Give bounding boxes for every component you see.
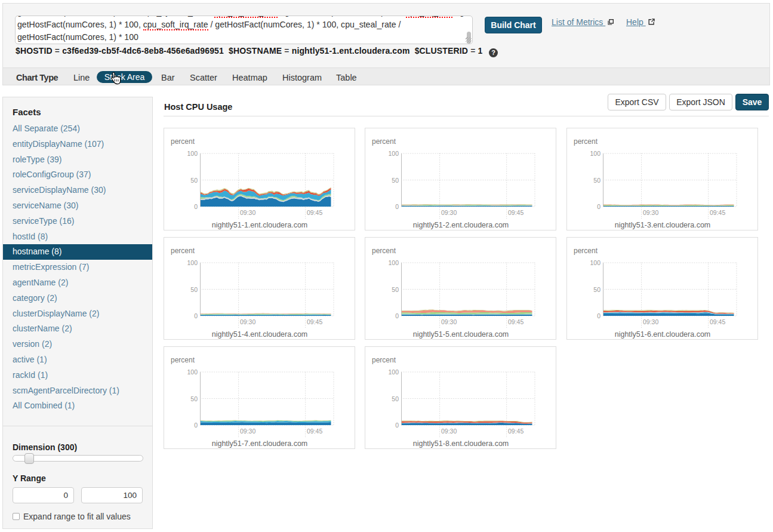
svg-text:0: 0 [194, 312, 198, 319]
svg-text:nightly51-7.ent.cloudera.com: nightly51-7.ent.cloudera.com [212, 439, 308, 448]
svg-text:nightly51-6.ent.cloudera.com: nightly51-6.ent.cloudera.com [615, 330, 711, 339]
svg-text:100: 100 [388, 368, 399, 376]
svg-text:0: 0 [597, 312, 600, 319]
svg-text:nightly51-4.ent.cloudera.com: nightly51-4.ent.cloudera.com [212, 330, 308, 339]
svg-text:100: 100 [590, 259, 600, 266]
svg-text:percent: percent [574, 137, 598, 146]
svg-text:percent: percent [372, 137, 396, 146]
svg-text:09:45: 09:45 [710, 209, 725, 216]
svg-text:nightly51-8.ent.cloudera.com: nightly51-8.ent.cloudera.com [413, 439, 509, 448]
svg-text:0: 0 [194, 422, 198, 429]
svg-text:50: 50 [392, 395, 399, 402]
svg-text:09:30: 09:30 [643, 209, 658, 216]
svg-text:50: 50 [593, 177, 600, 184]
svg-text:100: 100 [187, 259, 198, 266]
svg-text:percent: percent [372, 356, 396, 364]
svg-text:09:45: 09:45 [307, 318, 322, 325]
svg-text:0: 0 [395, 312, 399, 319]
svg-text:50: 50 [190, 177, 198, 184]
svg-text:09:30: 09:30 [441, 318, 457, 325]
svg-text:percent: percent [171, 356, 195, 364]
svg-text:100: 100 [187, 368, 198, 376]
svg-text:50: 50 [593, 286, 600, 293]
svg-text:09:30: 09:30 [643, 318, 658, 325]
svg-text:100: 100 [590, 150, 600, 157]
svg-text:percent: percent [372, 247, 396, 255]
svg-text:percent: percent [574, 247, 598, 255]
svg-text:50: 50 [190, 286, 198, 293]
svg-text:09:45: 09:45 [710, 318, 725, 325]
svg-text:percent: percent [171, 247, 195, 255]
svg-text:50: 50 [392, 177, 399, 184]
svg-text:09:45: 09:45 [508, 209, 523, 216]
svg-text:0: 0 [395, 203, 399, 210]
svg-text:100: 100 [388, 150, 399, 157]
svg-text:0: 0 [597, 203, 600, 210]
svg-text:nightly51-1.ent.cloudera.com: nightly51-1.ent.cloudera.com [212, 221, 308, 229]
svg-text:100: 100 [187, 150, 198, 157]
svg-text:09:30: 09:30 [240, 209, 255, 216]
svg-text:percent: percent [171, 137, 195, 146]
svg-text:50: 50 [392, 286, 399, 293]
svg-text:09:30: 09:30 [441, 428, 457, 435]
svg-text:0: 0 [395, 422, 399, 429]
svg-text:09:45: 09:45 [508, 428, 523, 435]
svg-text:09:45: 09:45 [307, 209, 322, 216]
svg-text:100: 100 [388, 259, 399, 266]
svg-text:09:45: 09:45 [508, 318, 523, 325]
svg-text:09:30: 09:30 [441, 209, 457, 216]
svg-text:nightly51-3.ent.cloudera.com: nightly51-3.ent.cloudera.com [615, 221, 711, 229]
svg-text:50: 50 [190, 395, 198, 402]
svg-text:nightly51-5.ent.cloudera.com: nightly51-5.ent.cloudera.com [413, 330, 509, 339]
svg-text:nightly51-2.ent.cloudera.com: nightly51-2.ent.cloudera.com [413, 221, 509, 229]
svg-text:09:30: 09:30 [240, 318, 255, 325]
svg-text:0: 0 [194, 203, 198, 210]
svg-text:09:45: 09:45 [307, 428, 322, 435]
svg-text:09:30: 09:30 [240, 428, 255, 435]
